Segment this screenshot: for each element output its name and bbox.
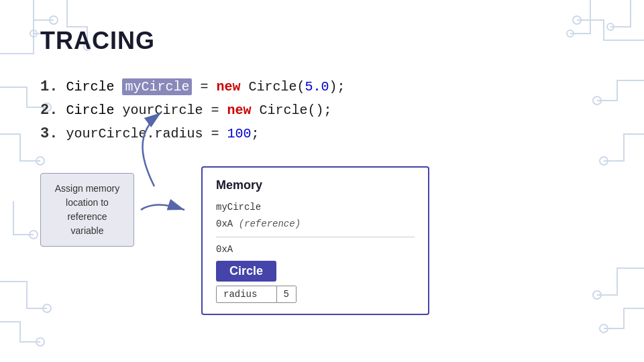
line1-rest: Circle( [249, 79, 305, 95]
line1-eq: = [200, 79, 216, 95]
line1-new: new [217, 79, 241, 95]
bottom-section: Assign memory location to reference vari… [40, 166, 604, 315]
line2-class: Circle [66, 103, 114, 118]
assign-memory-text: Assign memory location to reference vari… [55, 183, 119, 236]
memory-addr: 0xA [216, 219, 233, 229]
memory-addr-row: 0xA (reference) [216, 217, 415, 231]
memory-ref: (reference) [239, 219, 301, 229]
memory-var: myCircle [216, 202, 261, 213]
line2-number: 2. [40, 102, 58, 119]
line1-end: ); [329, 79, 345, 95]
code-line-2: 2. Circle yourCircle = new Circle(); [40, 99, 604, 122]
memory-0xa-label: 0xA [216, 244, 233, 255]
memory-divider [216, 237, 415, 237]
line3-rest: yourCircle.radius = [66, 126, 227, 141]
code-block: 1. Circle myCircle = new Circle(5.0); 2.… [40, 75, 604, 146]
line1-number: 1. [40, 78, 58, 95]
line3-number: 3. [40, 125, 58, 142]
memory-box: Memory myCircle 0xA (reference) 0xA Circ… [201, 166, 429, 315]
circle-object: Circle radius 5 [216, 261, 415, 303]
line2-rest: yourCircle = [122, 103, 227, 118]
line1-highlight: myCircle [122, 78, 192, 95]
radius-field-value: 5 [276, 286, 296, 302]
line3-end: ; [251, 126, 259, 141]
line2-new: new [227, 103, 251, 118]
svg-point-5 [36, 338, 44, 346]
page-title: TRACING [40, 27, 604, 55]
circle-type-label: Circle [216, 261, 276, 282]
radius-field-label: radius [217, 286, 276, 302]
code-line-1: 1. Circle myCircle = new Circle(5.0); [40, 75, 604, 99]
line1-numval: 5.0 [305, 79, 329, 95]
assign-memory-label: Assign memory location to reference vari… [40, 173, 134, 247]
memory-mycircle-row: myCircle [216, 200, 415, 215]
memory-title: Memory [216, 178, 415, 192]
line2-end: Circle(); [252, 103, 332, 118]
memory-0xa-row: 0xA [216, 243, 415, 257]
code-line-3: 3. yourCircle.radius = 100; [40, 122, 604, 145]
line1-class: Circle [66, 79, 114, 95]
radius-row: radius 5 [216, 286, 297, 303]
line3-numval: 100 [227, 126, 251, 141]
